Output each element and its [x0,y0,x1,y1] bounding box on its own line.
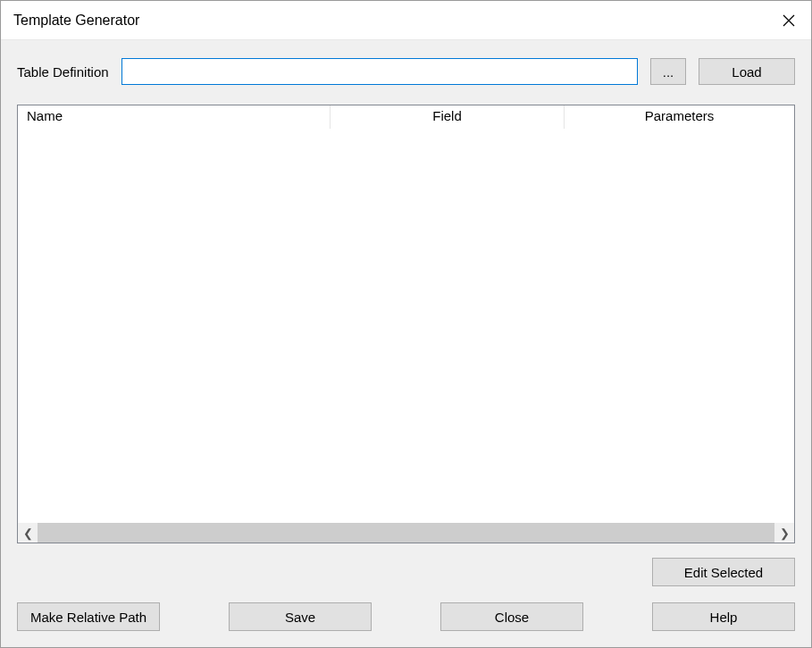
edit-selected-button[interactable]: Edit Selected [652,558,795,586]
column-header-parameters[interactable]: Parameters [565,105,794,129]
save-button[interactable]: Save [229,602,372,631]
client-area: Table Definition ... Load Name Field Par… [1,40,811,647]
table-definition-label: Table Definition [17,64,109,80]
grid: Name Field Parameters ❮ ❯ [17,105,795,543]
horizontal-scrollbar[interactable]: ❮ ❯ [18,523,794,543]
scroll-left-icon[interactable]: ❮ [18,523,38,543]
titlebar: Template Generator [1,1,811,40]
column-header-name[interactable]: Name [18,105,331,129]
close-icon[interactable] [766,1,811,40]
make-relative-path-button[interactable]: Make Relative Path [17,602,160,631]
column-header-field[interactable]: Field [331,105,565,129]
window: Template Generator Table Definition ... … [0,0,812,648]
scroll-right-icon[interactable]: ❯ [774,523,794,543]
browse-button[interactable]: ... [650,58,686,85]
load-button[interactable]: Load [699,58,795,85]
table-definition-input[interactable] [121,58,638,85]
window-title: Template Generator [13,13,139,29]
help-button[interactable]: Help [652,602,795,631]
scroll-thumb[interactable] [38,523,774,543]
close-button[interactable]: Close [440,602,583,631]
grid-header: Name Field Parameters [18,105,794,129]
table-definition-row: Table Definition ... Load [17,58,795,85]
grid-body[interactable] [18,129,794,523]
